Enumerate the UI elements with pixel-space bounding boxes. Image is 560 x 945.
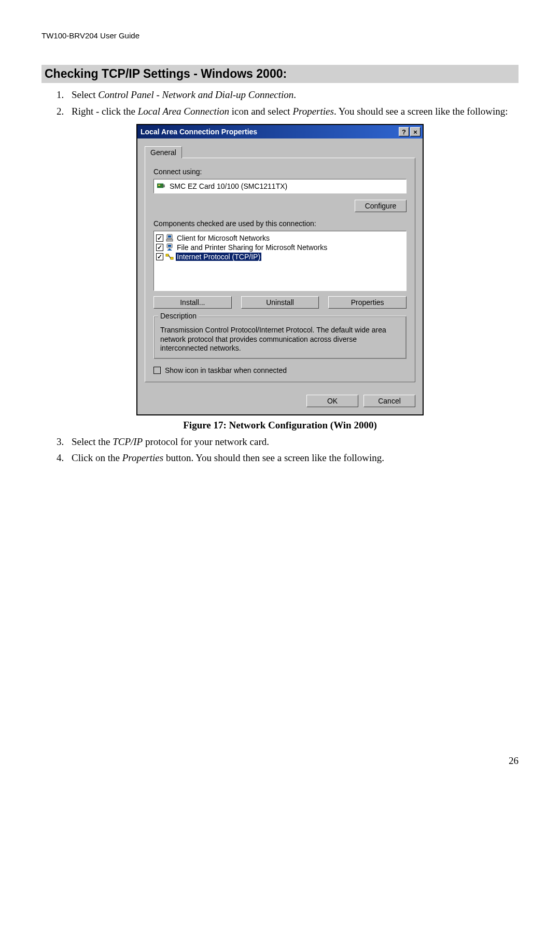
checkbox-checked-icon[interactable]: ✓ — [156, 244, 163, 251]
page-number: 26 — [41, 755, 519, 767]
components-label: Components checked are used by this conn… — [153, 219, 407, 228]
svg-rect-6 — [166, 239, 173, 241]
steps-list-2: Select the TCP/IP protocol for your netw… — [41, 435, 519, 465]
component-label: File and Printer Sharing for Microsoft N… — [176, 243, 328, 252]
components-list[interactable]: ✓ Client for Microsoft Networks ✓ File a… — [153, 231, 407, 291]
figure-caption: Figure 17: Network Configuration (Win 20… — [41, 420, 519, 431]
component-item[interactable]: ✓ File and Printer Sharing for Microsoft… — [156, 243, 404, 252]
step-1: Select Control Panel - Network and Dial-… — [66, 88, 519, 102]
connect-using-label: Connect using: — [153, 168, 407, 176]
local-area-connection-dialog: Local Area Connection Properties ? × Gen… — [136, 124, 424, 415]
component-label: Client for Microsoft Networks — [176, 234, 271, 242]
show-icon-label: Show icon in taskbar when connected — [165, 366, 287, 374]
checkbox-unchecked-icon[interactable] — [153, 367, 161, 374]
show-icon-checkbox-row[interactable]: Show icon in taskbar when connected — [153, 366, 407, 374]
component-item[interactable]: ✓ Internet Protocol (TCP/IP) — [156, 252, 404, 261]
file-printer-share-icon — [165, 243, 174, 252]
svg-rect-5 — [168, 235, 171, 238]
nic-icon — [157, 183, 165, 190]
svg-rect-1 — [158, 185, 160, 186]
nic-field: SMC EZ Card 10/100 (SMC1211TX) — [153, 179, 407, 193]
protocol-icon — [165, 253, 174, 261]
ok-button[interactable]: OK — [306, 395, 358, 407]
cancel-button[interactable]: Cancel — [363, 395, 415, 407]
section-title: Checking TCP/IP Settings - Windows 2000: — [41, 65, 519, 83]
dialog-title: Local Area Connection Properties — [141, 128, 257, 136]
install-button[interactable]: Install... — [153, 296, 232, 309]
svg-rect-8 — [168, 245, 171, 247]
client-icon — [165, 234, 174, 242]
description-groupbox: Description Transmission Control Protoco… — [153, 316, 407, 359]
svg-rect-2 — [163, 185, 165, 186]
description-text: Transmission Control Protocol/Internet P… — [160, 326, 400, 353]
step-4: Click on the Properties button. You shou… — [66, 451, 519, 465]
properties-button[interactable]: Properties — [328, 296, 407, 309]
steps-list-1: Select Control Panel - Network and Dial-… — [41, 88, 519, 118]
component-label-selected: Internet Protocol (TCP/IP) — [176, 253, 261, 261]
nic-name: SMC EZ Card 10/100 (SMC1211TX) — [170, 182, 287, 190]
checkbox-checked-icon[interactable]: ✓ — [156, 234, 163, 242]
dialog-titlebar: Local Area Connection Properties ? × — [137, 125, 423, 138]
configure-button[interactable]: Configure — [355, 200, 407, 212]
component-item[interactable]: ✓ Client for Microsoft Networks — [156, 233, 404, 243]
tab-general[interactable]: General — [145, 146, 182, 158]
svg-rect-10 — [171, 257, 173, 259]
checkbox-checked-icon[interactable]: ✓ — [156, 253, 163, 260]
step-2: Right - click the Local Area Connection … — [66, 105, 519, 118]
doc-header: TW100-BRV204 User Guide — [41, 31, 519, 40]
svg-rect-9 — [166, 254, 169, 256]
description-title: Description — [158, 312, 199, 320]
svg-rect-3 — [163, 186, 165, 187]
close-button[interactable]: × — [410, 127, 421, 136]
step-3: Select the TCP/IP protocol for your netw… — [66, 435, 519, 449]
uninstall-button[interactable]: Uninstall — [241, 296, 319, 309]
help-button[interactable]: ? — [399, 127, 409, 136]
